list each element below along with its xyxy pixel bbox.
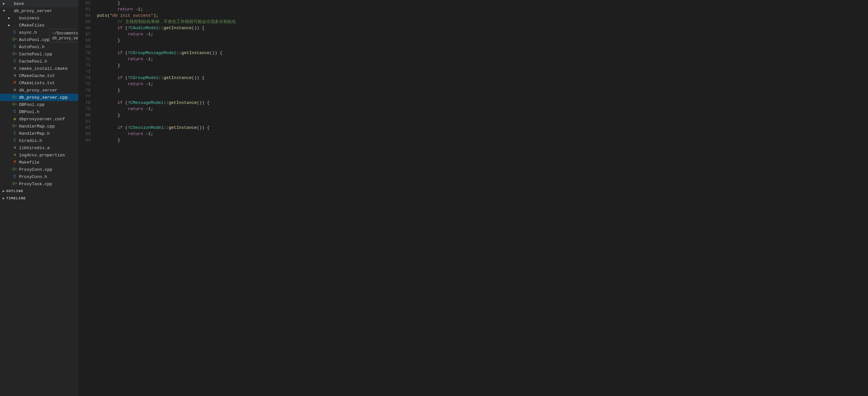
token-punct: () [197,100,202,105]
line-number-73: 73 [81,68,90,75]
token-num: -1 [135,7,141,12]
token-punct: ) [202,125,205,130]
tree-item-DBPool.h[interactable]: CDBPool.h [0,108,79,115]
section-arrow-timeline: ▶ [3,196,5,200]
tree-item-CachePool.cpp[interactable]: G+CachePool.cpp [0,51,79,58]
token-plain [97,38,117,43]
token-plain [97,138,117,143]
code-line-72: } [97,62,868,68]
file-label-AutoPool.cpp: AutoPool.cpp [19,37,79,42]
token-punct: :: [163,100,169,105]
tree-item-ProxyTask.cpp[interactable]: G+ProxyTask.cpp [0,180,79,187]
token-punct: () [192,75,197,80]
tree-item-CMakeLists.txt[interactable]: MCMakeLists.txt [0,79,79,87]
file-label-CachePool.cpp: CachePool.cpp [19,52,79,57]
token-punct: } [117,38,120,43]
tree-item-CMakeCache.txt[interactable]: ≡CMakeCache.txt [0,72,79,79]
token-num: -1 [146,32,151,37]
tree-item-db_proxy_server[interactable]: ▼db_proxy_server [0,7,79,14]
line-number-79: 79 [81,106,90,112]
token-punct: ) [215,51,217,55]
code-line-65: // 主线程初始化单例，不然在工作线程可能会出现多次初始化 [97,19,868,25]
line-number-71: 71 [81,56,90,62]
file-icon-AutoPool.cpp: G+ [12,37,18,42]
tree-item-db_proxy_server.cpp[interactable]: G+db_proxy_server.cpp [0,94,79,101]
line-number-70: 70 [81,50,90,56]
token-plain [97,100,117,105]
file-label-hiredis.h: hiredis.h [19,138,79,143]
token-punct: { [202,75,205,80]
line-number-74: 74 [81,75,90,81]
token-fn: getInstance [168,100,197,105]
line-number-63: 63 [81,6,90,12]
code-line-64: puts("db init success"); [97,12,868,19]
section-label-timeline: TIMELINE [6,196,26,200]
tree-item-libhiredis.a[interactable]: ≡libhiredis.a [0,144,79,151]
token-ns: CAudioModel [130,26,158,30]
file-icon-log4cxx.properties: ≡ [12,153,18,157]
section-outline[interactable]: ▶OUTLINE [0,187,79,195]
file-label-business: business [19,16,79,21]
tree-item-CMakeFiles[interactable]: ▶CMakeFiles [0,22,79,29]
code-line-73 [97,68,868,75]
token-kw: if [117,51,123,55]
tree-item-CachePool.h[interactable]: CCachePool.h [0,58,79,65]
token-plain [199,26,202,30]
tree-item-dbproxyserver.conf[interactable]: ⚙dbproxyserver.conf [0,115,79,123]
tree-item-cmake_install.cmake[interactable]: ≡cmake_install.cmake [0,65,79,72]
tree-item-HandlerMap.h[interactable]: CHandlerMap.h [0,130,79,137]
line-number-78: 78 [81,100,90,106]
tree-item-business[interactable]: ▶business [0,14,79,22]
tree-item-AutoPool.h[interactable]: CAutoPool.h [0,43,79,51]
file-icon-ProxyConn.cpp: G+ [12,167,18,172]
token-kw: if [117,75,123,80]
token-plain [97,82,128,87]
token-punct: :: [176,51,182,55]
file-explorer: ▶base▼db_proxy_server▶business▶CMakeFile… [0,0,79,396]
token-punct: { [220,51,223,55]
code-line-67: return -1; [97,31,868,37]
tree-item-AutoPool.cpp[interactable]: G+AutoPool.cpp [0,36,79,43]
token-punct: } [117,63,120,68]
tree-item-hiredis.h[interactable]: Chiredis.h [0,137,79,144]
file-label-libhiredis.a: libhiredis.a [19,146,79,150]
line-number-75: 75 [81,81,90,87]
token-plain [97,19,117,24]
code-line-78: if (!CMessageModel::getInstance()) { [97,100,868,106]
token-punct: () [192,26,197,30]
code-content[interactable]: } return -1;puts("db init success"); // … [94,0,868,396]
sidebar-sections: ▶OUTLINE▶TIMELINE [0,187,79,202]
token-kw: if [117,125,123,130]
file-label-CMakeCache.txt: CMakeCache.txt [19,73,79,78]
tree-item-db_proxy_server_exe[interactable]: ≡db_proxy_server [0,87,79,94]
token-plain [205,125,207,130]
line-number-82: 82 [81,125,90,131]
tree-item-Makefile[interactable]: MMakefile [0,159,79,166]
token-plain [97,131,128,136]
token-plain [199,75,202,80]
token-punct: ); [153,13,159,18]
tree-item-ProxyConn.cpp[interactable]: G+ProxyConn.cpp [0,166,79,173]
tree-item-HandlerMap.cpp[interactable]: G+HandlerMap.cpp [0,123,79,130]
section-timeline[interactable]: ▶TIMELINE [0,195,79,202]
tree-item-ProxyConn.h[interactable]: CProxyConn.h [0,173,79,180]
file-label-DBPool.h: DBPool.h [19,110,79,114]
file-label-base: base [14,1,79,6]
line-number-65: 65 [81,19,90,25]
token-num: -1 [146,106,151,112]
file-icon-DBPool.cpp: G+ [12,102,18,107]
token-kw: return [128,82,143,87]
token-plain: ( [123,125,128,130]
token-ns: CSessionModel [130,125,163,130]
tree-item-DBPool.cpp[interactable]: G+DBPool.cpp [0,101,79,108]
file-icon-DBPool.h: C [12,110,18,114]
tree-item-base[interactable]: ▶base [0,0,79,7]
section-arrow-outline: ▶ [3,189,5,193]
token-punct: } [117,138,120,143]
token-ns: CMessageModel [130,100,163,105]
token-punct: ; [151,32,153,37]
tree-item-log4cxx.properties[interactable]: ≡log4cxx.properties [0,151,79,159]
tree-item-async.h[interactable]: Casync.h~/Documents/轻聊/43.242.131.72_src… [0,29,79,36]
file-label-ProxyConn.cpp: ProxyConn.cpp [19,167,79,172]
code-line-66: if (!CAudioModel::getInstance()) { [97,25,868,31]
